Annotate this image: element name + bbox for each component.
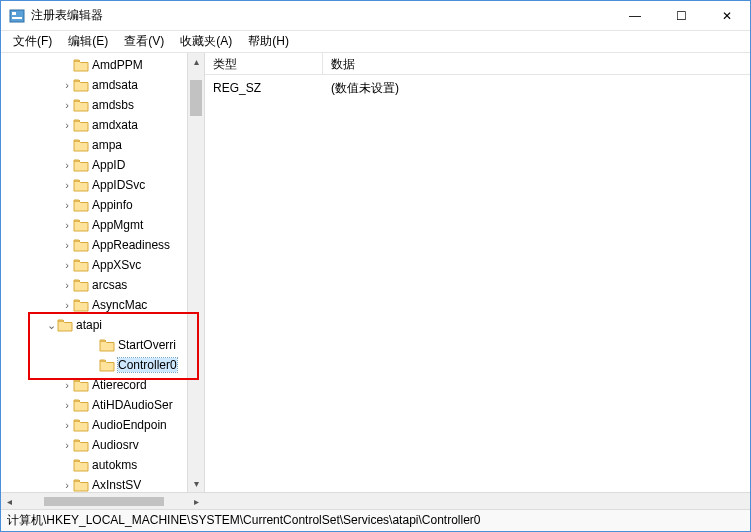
list-row[interactable]: REG_SZ(数值未设置) bbox=[205, 79, 750, 97]
tree-node-label: arcsas bbox=[92, 278, 127, 292]
maximize-button[interactable]: ☐ bbox=[658, 1, 704, 31]
chevron-right-icon[interactable]: › bbox=[61, 119, 73, 131]
minimize-button[interactable]: — bbox=[612, 1, 658, 31]
folder-icon bbox=[73, 98, 89, 112]
title-bar: 注册表编辑器 — ☐ ✕ bbox=[1, 1, 750, 31]
menu-favorites[interactable]: 收藏夹(A) bbox=[172, 31, 240, 52]
tree-node-label: AsyncMac bbox=[92, 298, 147, 312]
tree-node-label: Controller0 bbox=[118, 358, 177, 372]
scroll-down-arrow-icon[interactable]: ▾ bbox=[188, 475, 204, 492]
tree-node-AppReadiness[interactable]: ›AppReadiness bbox=[1, 235, 204, 255]
column-header-data[interactable]: 数据 bbox=[323, 53, 750, 74]
chevron-right-icon[interactable]: › bbox=[61, 299, 73, 311]
chevron-right-icon[interactable]: › bbox=[61, 399, 73, 411]
tree-node-amdsata[interactable]: ›amdsata bbox=[1, 75, 204, 95]
folder-icon bbox=[73, 238, 89, 252]
tree-node-label: autokms bbox=[92, 458, 137, 472]
chevron-down-icon[interactable]: ⌄ bbox=[45, 319, 57, 332]
chevron-right-icon[interactable]: › bbox=[61, 379, 73, 391]
tree-node-AppIDSvc[interactable]: ›AppIDSvc bbox=[1, 175, 204, 195]
tree-node-atapi[interactable]: ⌄atapi bbox=[1, 315, 204, 335]
tree-node-AppID[interactable]: ›AppID bbox=[1, 155, 204, 175]
chevron-right-icon[interactable]: › bbox=[61, 439, 73, 451]
hscroll-thumb[interactable] bbox=[44, 497, 164, 506]
scroll-thumb[interactable] bbox=[190, 80, 202, 116]
hscroll-track[interactable] bbox=[18, 495, 188, 508]
tree-node-label: Atierecord bbox=[92, 378, 147, 392]
tree-node-ampa[interactable]: ampa bbox=[1, 135, 204, 155]
list-panel: 类型 数据 REG_SZ(数值未设置) bbox=[205, 53, 750, 492]
tree-node-amdxata[interactable]: ›amdxata bbox=[1, 115, 204, 135]
menu-help[interactable]: 帮助(H) bbox=[240, 31, 297, 52]
tree-node-Controller0[interactable]: Controller0 bbox=[1, 355, 204, 375]
menu-file[interactable]: 文件(F) bbox=[5, 31, 60, 52]
folder-icon bbox=[73, 298, 89, 312]
chevron-right-icon[interactable]: › bbox=[61, 99, 73, 111]
folder-icon bbox=[73, 478, 89, 492]
tree-node-AtiHDAudioSer[interactable]: ›AtiHDAudioSer bbox=[1, 395, 204, 415]
tree-scroll[interactable]: AmdPPM›amdsata›amdsbs›amdxataampa›AppID›… bbox=[1, 53, 204, 492]
folder-icon bbox=[73, 158, 89, 172]
status-path: 计算机\HKEY_LOCAL_MACHINE\SYSTEM\CurrentCon… bbox=[7, 512, 481, 529]
tree-node-Appinfo[interactable]: ›Appinfo bbox=[1, 195, 204, 215]
tree-node-AudioEndpoin[interactable]: ›AudioEndpoin bbox=[1, 415, 204, 435]
tree-node-label: AxInstSV bbox=[92, 478, 141, 492]
folder-icon bbox=[99, 338, 115, 352]
main-area: AmdPPM›amdsata›amdsbs›amdxataampa›AppID›… bbox=[1, 53, 750, 492]
folder-icon bbox=[73, 218, 89, 232]
folder-icon bbox=[73, 438, 89, 452]
cell-type: REG_SZ bbox=[205, 81, 323, 95]
column-header-type[interactable]: 类型 bbox=[205, 53, 323, 74]
tree-node-label: StartOverri bbox=[118, 338, 176, 352]
tree-node-label: AppMgmt bbox=[92, 218, 143, 232]
tree-node-autokms[interactable]: autokms bbox=[1, 455, 204, 475]
tree-node-amdsbs[interactable]: ›amdsbs bbox=[1, 95, 204, 115]
folder-icon bbox=[73, 398, 89, 412]
chevron-right-icon[interactable]: › bbox=[61, 179, 73, 191]
folder-icon bbox=[57, 318, 73, 332]
tree-horizontal-scrollbar[interactable]: ◂ ▸ bbox=[1, 492, 750, 509]
svg-rect-1 bbox=[12, 12, 16, 15]
tree-node-Atierecord[interactable]: ›Atierecord bbox=[1, 375, 204, 395]
scroll-left-arrow-icon[interactable]: ◂ bbox=[1, 493, 18, 510]
menu-edit[interactable]: 编辑(E) bbox=[60, 31, 116, 52]
chevron-right-icon[interactable]: › bbox=[61, 79, 73, 91]
folder-icon bbox=[73, 258, 89, 272]
tree-node-label: amdsbs bbox=[92, 98, 134, 112]
tree-vertical-scrollbar[interactable]: ▴ ▾ bbox=[187, 53, 204, 492]
tree-node-label: AtiHDAudioSer bbox=[92, 398, 173, 412]
tree-node-StartOverri[interactable]: StartOverri bbox=[1, 335, 204, 355]
folder-icon bbox=[73, 378, 89, 392]
folder-icon bbox=[73, 198, 89, 212]
tree-node-AsyncMac[interactable]: ›AsyncMac bbox=[1, 295, 204, 315]
tree-node-label: AppID bbox=[92, 158, 125, 172]
chevron-right-icon[interactable]: › bbox=[61, 199, 73, 211]
scroll-track[interactable] bbox=[188, 70, 204, 475]
list-body[interactable]: REG_SZ(数值未设置) bbox=[205, 75, 750, 492]
chevron-right-icon[interactable]: › bbox=[61, 279, 73, 291]
tree-node-AppMgmt[interactable]: ›AppMgmt bbox=[1, 215, 204, 235]
regedit-window: 注册表编辑器 — ☐ ✕ 文件(F) 编辑(E) 查看(V) 收藏夹(A) 帮助… bbox=[0, 0, 751, 532]
folder-icon bbox=[73, 458, 89, 472]
chevron-right-icon[interactable]: › bbox=[61, 479, 73, 491]
menu-view[interactable]: 查看(V) bbox=[116, 31, 172, 52]
tree-node-label: AmdPPM bbox=[92, 58, 143, 72]
chevron-right-icon[interactable]: › bbox=[61, 239, 73, 251]
tree-node-AppXSvc[interactable]: ›AppXSvc bbox=[1, 255, 204, 275]
chevron-right-icon[interactable]: › bbox=[61, 259, 73, 271]
app-icon bbox=[9, 8, 25, 24]
chevron-right-icon[interactable]: › bbox=[61, 419, 73, 431]
scroll-up-arrow-icon[interactable]: ▴ bbox=[188, 53, 204, 70]
tree-node-AmdPPM[interactable]: AmdPPM bbox=[1, 55, 204, 75]
tree-node-label: Audiosrv bbox=[92, 438, 139, 452]
tree-panel: AmdPPM›amdsata›amdsbs›amdxataampa›AppID›… bbox=[1, 53, 205, 492]
tree-node-label: AppIDSvc bbox=[92, 178, 145, 192]
tree-node-label: AudioEndpoin bbox=[92, 418, 167, 432]
tree-node-arcsas[interactable]: ›arcsas bbox=[1, 275, 204, 295]
scroll-right-arrow-icon[interactable]: ▸ bbox=[188, 493, 205, 510]
tree-node-Audiosrv[interactable]: ›Audiosrv bbox=[1, 435, 204, 455]
close-button[interactable]: ✕ bbox=[704, 1, 750, 31]
chevron-right-icon[interactable]: › bbox=[61, 219, 73, 231]
chevron-right-icon[interactable]: › bbox=[61, 159, 73, 171]
tree-node-AxInstSV[interactable]: ›AxInstSV bbox=[1, 475, 204, 492]
